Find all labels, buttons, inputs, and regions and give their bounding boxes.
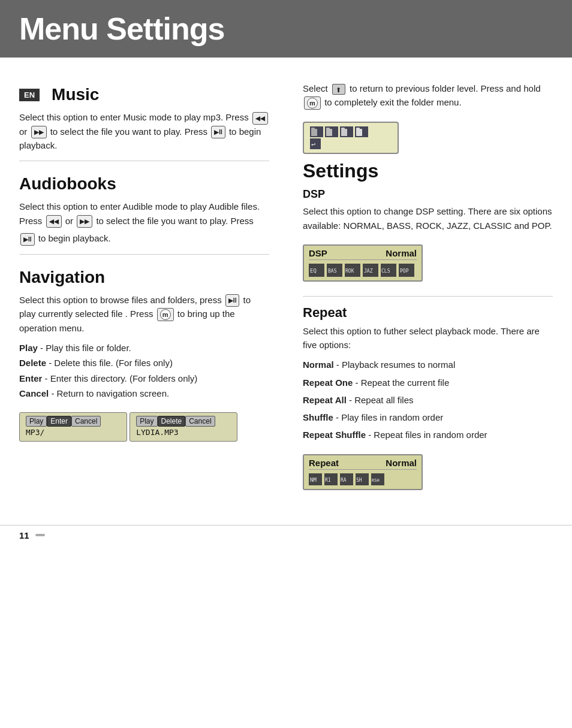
prev-icon	[252, 112, 268, 125]
folder-back-icon: ⬆	[332, 84, 345, 95]
right-column: Select ⬆ to return to previous folder le…	[286, 58, 572, 510]
svg-text:R1: R1	[325, 478, 331, 483]
lcd-row2: ↩	[310, 138, 392, 149]
ab-text3: to begin playback.	[38, 233, 111, 243]
folder-text3: to completely exit the folder menu.	[324, 97, 461, 107]
ab-play-icon	[20, 233, 35, 246]
page-header: Menu Settings	[0, 0, 572, 58]
svg-text:EQ: EQ	[310, 268, 317, 274]
svg-text:BAS: BAS	[328, 268, 337, 274]
repeat-list: Normal - Playback resumes to normal Repe…	[303, 358, 553, 442]
ab-text2: to select the file you want to play. Pre…	[96, 216, 253, 226]
music-title: Music	[52, 85, 99, 104]
nav-cancel-item: Cancel - Return to navigation screen.	[19, 386, 269, 401]
dsp-value: Normal	[386, 248, 417, 258]
svg-rect-2	[311, 128, 315, 130]
audiobooks-body: Select this option to enter Audible mode…	[19, 200, 269, 228]
dsp-icon3: ROK	[345, 264, 360, 277]
play-icon	[211, 126, 225, 138]
page-title: Menu Settings	[19, 11, 553, 47]
nav-play-icon	[225, 294, 240, 307]
dsp-icon1: EQ	[309, 264, 324, 277]
audiobooks-body2: to begin playback.	[19, 231, 269, 246]
nav-list: Play - Play this file or folder. Delete …	[19, 340, 269, 401]
music-section-header: EN Music	[19, 85, 269, 104]
svg-text:SH: SH	[356, 478, 362, 483]
nav-text1: Select this option to browse files and f…	[19, 295, 222, 305]
folder-text2: to return to previous folder level. Pres…	[350, 83, 541, 93]
repeat-subtitle: Repeat	[303, 305, 553, 321]
ab-or: or	[65, 216, 76, 226]
settings-title: Settings	[303, 160, 553, 182]
folder-menu-icon: m	[304, 96, 321, 110]
left-column: EN Music Select this option to enter Mus…	[0, 58, 286, 510]
svg-rect-5	[326, 128, 330, 130]
dsp-icon4: JAZ	[363, 264, 378, 277]
svg-text:RA: RA	[341, 478, 347, 483]
folder-text1: Select	[303, 83, 328, 93]
next-icon	[31, 126, 47, 138]
repeat-one: Repeat One - Repeat the current file	[303, 376, 553, 389]
page-number-box	[35, 534, 45, 536]
cancel-btn: Cancel	[71, 416, 101, 427]
nav-body1: Select this option to browse files and f…	[19, 293, 269, 336]
nav-menu-box2: Play Delete Cancel LYDIA.MP3	[130, 412, 237, 442]
music-text2: to select the file you want to play. Pre…	[50, 126, 207, 137]
music-text1: Select this option to enter Music mode t…	[19, 112, 249, 122]
repeat-icon3: RA	[340, 473, 353, 485]
nav-menu-box1: Play Enter Cancel MP3/	[19, 412, 127, 442]
cancel-btn2: Cancel	[185, 416, 215, 427]
music-or: or	[19, 126, 30, 137]
dsp-icon6: POP	[399, 264, 414, 277]
dsp-subtitle: DSP	[303, 188, 553, 201]
play-btn: Play	[26, 416, 47, 427]
repeat-normal: Normal - Playback resumes to normal	[303, 358, 553, 371]
nav-delete-item: Delete - Delete this file. (For files on…	[19, 355, 269, 371]
repeat-label: Repeat	[309, 458, 339, 468]
ab-prev-icon	[46, 215, 62, 228]
content-area: EN Music Select this option to enter Mus…	[0, 58, 572, 525]
delete-btn: Delete	[158, 416, 186, 427]
lcd-icon2	[325, 126, 338, 137]
svg-rect-11	[356, 128, 360, 130]
svg-text:JAZ: JAZ	[364, 268, 373, 274]
svg-text:ROK: ROK	[345, 268, 354, 274]
repeat-icon1: NM	[309, 473, 322, 485]
repeat-display-box: Repeat Normal NM R1 RA SH RSH	[303, 454, 423, 490]
nav-play-item: Play - Play this file or folder.	[19, 340, 269, 356]
lcd-icon1	[310, 126, 323, 137]
lcd-folder-box: ↩	[303, 122, 399, 154]
lcd-back-icon: ↩	[310, 138, 321, 149]
svg-text:CLS: CLS	[381, 268, 390, 274]
dsp-display-box: DSP Normal EQ BAS ROK JAZ CLS	[303, 244, 423, 282]
svg-text:NM: NM	[310, 477, 317, 483]
lcd-row1	[310, 126, 392, 137]
svg-text:POP: POP	[400, 268, 409, 274]
repeat-all: Repeat All - Repeat all files	[303, 393, 553, 407]
menu-box2-row1: Play Delete Cancel	[136, 416, 231, 427]
dsp-icon5: CLS	[381, 264, 396, 277]
lcd-icon4	[355, 126, 368, 137]
repeat-icon2: R1	[324, 473, 338, 485]
repeat-icons-row: NM R1 RA SH RSH	[309, 472, 417, 487]
page-number: 11	[19, 530, 29, 540]
dsp-icons-row: EQ BAS ROK JAZ CLS POP	[309, 262, 417, 278]
ab-next-icon	[77, 215, 92, 228]
audiobooks-title: Audiobooks	[19, 174, 269, 194]
play-btn2: Play	[136, 416, 157, 427]
dsp-body: Select this option to change DSP setting…	[303, 204, 553, 232]
shuffle: Shuffle - Play files in random order	[303, 410, 553, 424]
svg-text:RSH: RSH	[372, 478, 380, 483]
svg-text:↩: ↩	[311, 140, 315, 149]
lcd-icon3	[340, 126, 353, 137]
dsp-label: DSP	[309, 248, 327, 258]
navigation-title: Navigation	[19, 268, 269, 287]
menu-box2-filename: LYDIA.MP3	[136, 427, 231, 438]
en-badge: EN	[19, 89, 40, 101]
repeat-title-row: Repeat Normal	[309, 458, 417, 470]
music-body: Select this option to enter Music mode t…	[19, 110, 269, 152]
nav-enter-item: Enter - Enter this directory. (For folde…	[19, 371, 269, 386]
dsp-title-row: DSP Normal	[309, 248, 417, 260]
repeat-icon4: SH	[356, 473, 369, 485]
svg-rect-8	[341, 128, 345, 130]
